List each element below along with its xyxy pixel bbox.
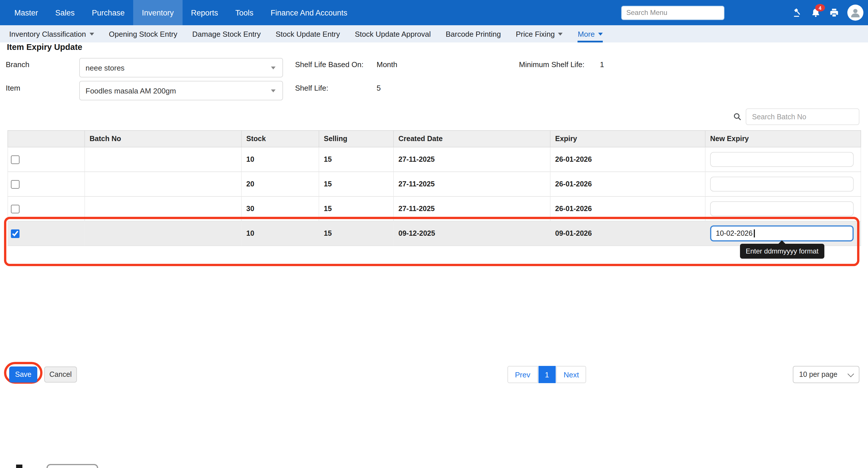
- item-select[interactable]: Foodles masala AM 200gm: [79, 81, 283, 100]
- header-batch-no: Batch No: [85, 131, 241, 147]
- cell-expiry: 26-01-2026: [550, 196, 705, 221]
- cell-batch-no: [85, 196, 241, 221]
- cell-expiry: 09-01-2026: [550, 221, 705, 246]
- menu-item-master[interactable]: Master: [6, 0, 47, 25]
- cell-created-date: 27-11-2025: [394, 196, 550, 221]
- caret-down-icon: [558, 32, 563, 35]
- subnav-inventory-classification[interactable]: Inventory Classification: [9, 25, 94, 42]
- row-select-checkbox[interactable]: [11, 180, 20, 189]
- caret-down-icon: [271, 89, 276, 92]
- header-stock: Stock: [241, 131, 319, 147]
- branch-select-value: neee stores: [86, 63, 271, 72]
- cell-selling: 15: [319, 196, 394, 221]
- main-menu: Master Sales Purchase Inventory Reports …: [6, 0, 356, 25]
- row-select-checkbox[interactable]: [11, 229, 20, 238]
- subnav-label: Stock Update Entry: [276, 30, 340, 38]
- item-select-value: Foodles masala AM 200gm: [86, 86, 271, 95]
- cell-stock: 20: [241, 172, 319, 196]
- subnav-stock-update-approval[interactable]: Stock Update Approval: [355, 25, 431, 42]
- format-tooltip: Enter ddmmyyyy format: [740, 244, 824, 259]
- shelf-life-label: Shelf Life:: [295, 84, 329, 92]
- cell-stock: 30: [241, 196, 319, 221]
- shelf-life-based-on-label: Shelf Life Based On:: [295, 60, 364, 69]
- menu-item-finance-and-accounts[interactable]: Finance And Accounts: [262, 0, 356, 25]
- branch-label: Branch: [6, 60, 29, 69]
- cell-batch-no: [85, 172, 241, 196]
- user-avatar[interactable]: [847, 5, 863, 21]
- subnav-opening-stock-entry[interactable]: Opening Stock Entry: [109, 25, 177, 42]
- header-created-date: Created Date: [394, 131, 550, 147]
- pagination-next-button[interactable]: Next: [556, 366, 586, 383]
- per-page-select[interactable]: 10 per page: [793, 366, 859, 383]
- subnav-damage-stock-entry[interactable]: Damage Stock Entry: [192, 25, 260, 42]
- subnav-label: Opening Stock Entry: [109, 30, 177, 38]
- shelf-life-based-on-value: Month: [377, 60, 397, 69]
- subnav-label: Inventory Classification: [9, 30, 86, 38]
- new-expiry-input[interactable]: [710, 177, 854, 192]
- inventory-subnav: Inventory Classification Opening Stock E…: [0, 25, 868, 42]
- menu-item-sales[interactable]: Sales: [47, 0, 84, 25]
- gavel-icon[interactable]: [792, 7, 803, 18]
- cell-stock: 10: [241, 221, 319, 246]
- subnav-label: Price Fixing: [516, 30, 555, 38]
- menu-item-tools[interactable]: Tools: [227, 0, 262, 25]
- header-select: [8, 131, 85, 147]
- row-select-checkbox[interactable]: [11, 155, 20, 164]
- subnav-stock-update-entry[interactable]: Stock Update Entry: [276, 25, 340, 42]
- clipped-bottom-element: [16, 465, 22, 468]
- shelf-life-value: 5: [377, 84, 381, 92]
- cell-batch-no: [85, 221, 241, 246]
- printer-icon[interactable]: [829, 7, 839, 18]
- new-expiry-input[interactable]: [710, 152, 854, 167]
- cell-expiry: 26-01-2026: [550, 147, 705, 172]
- subnav-barcode-printing[interactable]: Barcode Printing: [446, 25, 501, 42]
- bell-icon[interactable]: 4: [811, 7, 821, 18]
- subnav-label: Stock Update Approval: [355, 30, 431, 38]
- cell-selling: 15: [319, 147, 394, 172]
- subnav-label: Barcode Printing: [446, 30, 501, 38]
- row-select-checkbox[interactable]: [11, 204, 20, 213]
- new-expiry-input-focused[interactable]: [710, 225, 854, 241]
- menu-item-purchase[interactable]: Purchase: [83, 0, 133, 25]
- cell-created-date: 09-12-2025: [394, 221, 550, 246]
- minimum-shelf-life-label: Minimum Shelf Life:: [519, 60, 584, 69]
- subnav-label: More: [578, 30, 595, 38]
- text-cursor: [754, 229, 755, 237]
- menu-search-input[interactable]: [621, 5, 724, 20]
- subnav-price-fixing[interactable]: Price Fixing: [516, 25, 563, 42]
- pagination-prev-button[interactable]: Prev: [507, 366, 538, 383]
- menu-item-inventory[interactable]: Inventory: [133, 0, 182, 25]
- table-row-selected: 10 15 09-12-2025 09-01-2026: [8, 221, 861, 246]
- topnav-icon-cluster: 4: [792, 5, 863, 21]
- caret-down-icon: [598, 32, 603, 35]
- menu-item-reports[interactable]: Reports: [182, 0, 227, 25]
- batch-search-input[interactable]: [746, 108, 859, 125]
- branch-select[interactable]: neee stores: [79, 58, 283, 77]
- cell-created-date: 27-11-2025: [394, 147, 550, 172]
- header-selling: Selling: [319, 131, 394, 147]
- magnifier-icon[interactable]: [733, 112, 742, 123]
- cell-expiry: 26-01-2026: [550, 172, 705, 196]
- header-new-expiry: New Expiry: [705, 131, 861, 147]
- new-expiry-input[interactable]: [710, 201, 854, 216]
- cell-stock: 10: [241, 147, 319, 172]
- cancel-button[interactable]: Cancel: [44, 366, 77, 382]
- top-navbar: Master Sales Purchase Inventory Reports …: [0, 0, 868, 25]
- pagination: Prev 1 Next: [507, 366, 586, 383]
- caret-down-icon: [89, 32, 94, 35]
- cell-selling: 15: [319, 221, 394, 246]
- notification-badge: 4: [815, 4, 825, 11]
- table-row: 30 15 27-11-2025 26-01-2026: [8, 196, 861, 221]
- cell-selling: 15: [319, 172, 394, 196]
- item-label: Item: [6, 84, 20, 92]
- topnav-right: 4: [621, 5, 863, 21]
- page-title: Item Expiry Update: [7, 42, 82, 52]
- batch-table: Batch No Stock Selling Created Date Expi…: [7, 130, 861, 246]
- caret-down-icon: [271, 66, 276, 69]
- pagination-current-page[interactable]: 1: [538, 366, 555, 383]
- subnav-more[interactable]: More: [578, 25, 603, 42]
- format-tooltip-text: Enter ddmmyyyy format: [746, 247, 818, 255]
- save-button[interactable]: Save: [9, 366, 37, 382]
- minimum-shelf-life-value: 1: [600, 60, 604, 69]
- cell-created-date: 27-11-2025: [394, 172, 550, 196]
